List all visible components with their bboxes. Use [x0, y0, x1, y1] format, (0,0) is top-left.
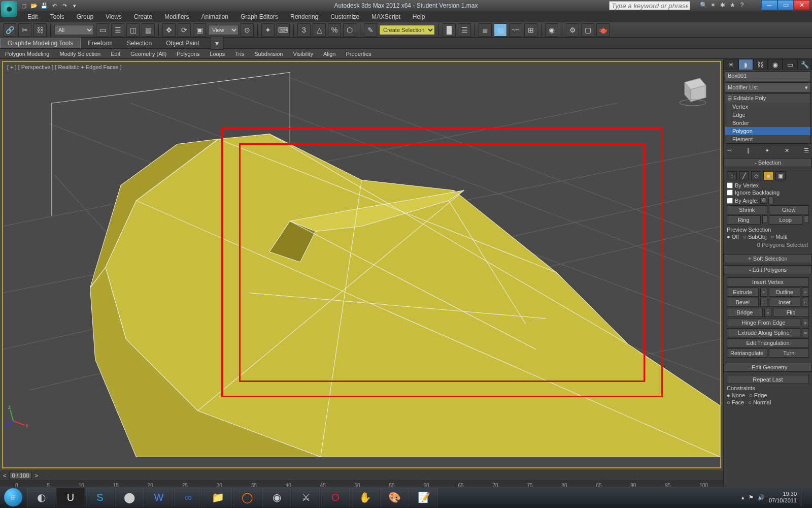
rollout-editpoly-header[interactable]: - Edit Polygons: [724, 265, 812, 274]
ribbon-expand-icon[interactable]: ▾: [211, 37, 224, 50]
constraint-edge-radio[interactable]: Edge: [749, 392, 767, 398]
star-icon[interactable]: ★: [728, 1, 736, 9]
bind-icon[interactable]: ⛓: [33, 23, 47, 37]
menu-grapheditors[interactable]: Graph Editors: [234, 12, 284, 22]
ignore-backfacing-checkbox[interactable]: [727, 189, 733, 196]
modifier-stack[interactable]: ⊟ Editable Poly Vertex Edge Border Polyg…: [725, 93, 811, 144]
align-icon[interactable]: ☰: [458, 23, 471, 37]
search-icon[interactable]: 🔍: [699, 1, 707, 9]
menu-views[interactable]: Views: [99, 12, 128, 22]
constraint-normal-radio[interactable]: Normal: [748, 399, 771, 405]
vertex-mode-icon[interactable]: ⋮: [727, 171, 737, 180]
by-angle-checkbox[interactable]: [727, 198, 733, 204]
remove-mod-icon[interactable]: ✕: [785, 147, 789, 154]
task-loop-icon[interactable]: ∞: [174, 488, 202, 507]
move-icon[interactable]: ✥: [162, 23, 176, 37]
polygon-mode-icon[interactable]: ■: [763, 171, 773, 180]
outline-button[interactable]: Outline: [769, 288, 801, 297]
inset-button[interactable]: Inset: [769, 298, 801, 307]
task-paint-icon[interactable]: 🎨: [380, 488, 409, 507]
constraint-face-radio[interactable]: Face: [727, 399, 744, 405]
keyboard-icon[interactable]: ⌨: [277, 23, 290, 37]
render-icon[interactable]: 🫖: [596, 23, 610, 37]
element-mode-icon[interactable]: ▣: [775, 171, 786, 180]
qat-undo-icon[interactable]: ↶: [50, 1, 59, 10]
tab-modify-icon[interactable]: ◗: [738, 59, 753, 70]
hinge-button[interactable]: Hinge From Edge: [727, 318, 800, 327]
outline-settings-icon[interactable]: ▫: [802, 288, 809, 297]
panel-edit[interactable]: Edit: [106, 50, 125, 58]
ring-spinner[interactable]: [762, 215, 767, 223]
edit-named-sel-icon[interactable]: ✎: [364, 23, 377, 37]
flip-button[interactable]: Flip: [773, 308, 809, 317]
minimize-button[interactable]: ─: [761, 0, 777, 10]
close-button[interactable]: ✕: [794, 0, 810, 10]
panel-align[interactable]: Align: [318, 50, 341, 58]
stack-edge[interactable]: Edge: [725, 111, 810, 119]
make-unique-icon[interactable]: ✦: [765, 147, 769, 154]
tab-display-icon[interactable]: ▭: [783, 59, 797, 70]
ribbon-tab-graphite[interactable]: Graphite Modeling Tools: [0, 38, 81, 48]
preview-multi-radio[interactable]: Multi: [771, 234, 788, 240]
panel-modify-selection[interactable]: Modify Selection: [54, 50, 106, 58]
tray-flag-icon[interactable]: ⚑: [749, 494, 754, 501]
tab-motion-icon[interactable]: ◉: [768, 59, 783, 70]
show-desktop-button[interactable]: [801, 488, 806, 507]
app-logo[interactable]: ⬢: [1, 1, 17, 17]
edge-mode-icon[interactable]: ╱: [739, 171, 749, 180]
menu-create[interactable]: Create: [128, 12, 158, 22]
system-clock[interactable]: 19:30 07/10/2011: [769, 491, 797, 504]
task-game-icon[interactable]: ⚔: [292, 488, 320, 507]
select-name-icon[interactable]: ☰: [111, 23, 124, 37]
tab-hierarchy-icon[interactable]: ⛓: [753, 59, 768, 70]
task-steam-icon[interactable]: ◉: [262, 488, 291, 507]
help-icon[interactable]: ?: [738, 1, 746, 9]
qat-redo-icon[interactable]: ↷: [60, 1, 69, 10]
ribbon-tab-selection[interactable]: Selection: [120, 38, 159, 48]
inset-settings-icon[interactable]: ▫: [802, 298, 809, 307]
rotate-icon[interactable]: ⟳: [178, 23, 191, 37]
panel-geometry-all[interactable]: Geometry (All): [125, 50, 172, 58]
current-frame[interactable]: 0 / 100: [9, 472, 31, 479]
ribbon-tab-freeform[interactable]: Freeform: [81, 38, 120, 48]
stack-polygon[interactable]: Polygon: [725, 127, 810, 135]
bridge-button[interactable]: Bridge: [727, 308, 763, 317]
bridge-settings-icon[interactable]: ▫: [764, 308, 771, 317]
menu-animation[interactable]: Animation: [195, 12, 234, 22]
retri-button[interactable]: Retriangulate: [727, 348, 767, 358]
menu-modifiers[interactable]: Modifiers: [158, 12, 195, 22]
curve-editor-icon[interactable]: 〰: [509, 23, 522, 37]
perspective-viewport[interactable]: [ + ] [ Perspective ] [ Realistic + Edge…: [2, 61, 721, 468]
percent-snap-icon[interactable]: %: [328, 23, 341, 37]
configure-icon[interactable]: ☰: [804, 147, 809, 154]
rollout-editgeom-header[interactable]: - Edit Geometry: [724, 363, 812, 372]
tab-utilities-icon[interactable]: 🔧: [797, 59, 812, 70]
rollout-selection-header[interactable]: - Selection: [724, 158, 812, 167]
grow-button[interactable]: Grow: [769, 205, 809, 214]
qat-open-icon[interactable]: 📂: [29, 1, 39, 10]
snap-icon[interactable]: 3: [297, 23, 311, 37]
show-result-icon[interactable]: ∥: [747, 147, 750, 154]
extrude-settings-icon[interactable]: ▫: [760, 288, 767, 297]
edit-tri-button[interactable]: Edit Triangulation: [727, 338, 809, 347]
menu-rendering[interactable]: Rendering: [284, 12, 324, 22]
task-word-icon[interactable]: W: [145, 488, 173, 507]
maximize-button[interactable]: ▭: [777, 0, 794, 10]
window-crossing-icon[interactable]: ▦: [142, 23, 155, 37]
task-hand-icon[interactable]: ✋: [351, 488, 379, 507]
stack-element[interactable]: Element: [725, 135, 810, 143]
menu-help[interactable]: Help: [407, 12, 431, 22]
loop-spinner[interactable]: [804, 215, 809, 223]
selection-filter[interactable]: All: [54, 25, 94, 35]
bevel-button[interactable]: Bevel: [727, 298, 759, 307]
constraint-none-radio[interactable]: None: [727, 392, 745, 398]
preview-subobj-radio[interactable]: SubObj: [743, 234, 766, 240]
panel-polygon-modeling[interactable]: Polygon Modeling: [0, 50, 54, 58]
timeline-prev-icon[interactable]: <: [3, 472, 6, 479]
view-cube[interactable]: [674, 72, 710, 108]
qat-save-icon[interactable]: 💾: [40, 1, 49, 10]
menu-tools[interactable]: Tools: [44, 12, 71, 22]
mirror-icon[interactable]: ▐▌: [443, 23, 456, 37]
spinner-snap-icon[interactable]: ⬡: [343, 23, 356, 37]
insert-vertex-button[interactable]: Insert Vertex: [727, 277, 809, 287]
